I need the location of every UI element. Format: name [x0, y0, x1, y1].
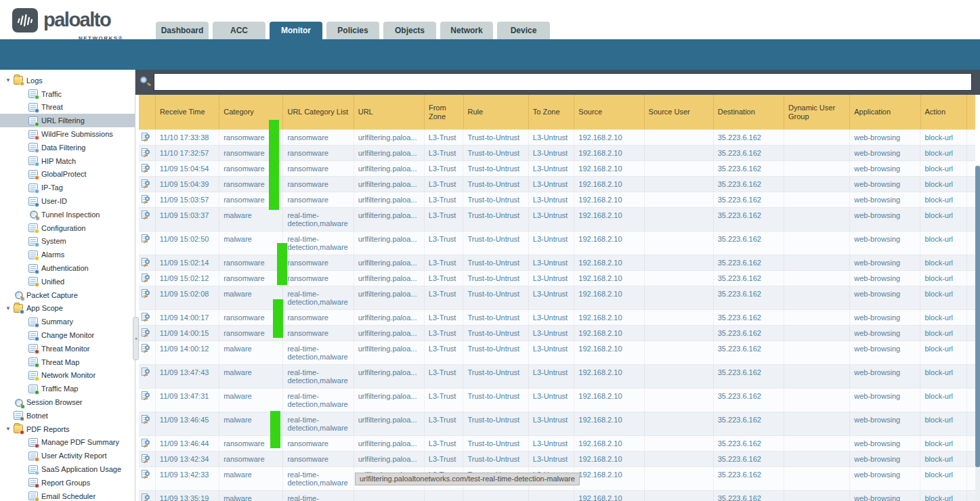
- cell-to-zone[interactable]: L3-Untrust: [529, 436, 575, 451]
- cell-dynamic-user-group[interactable]: [784, 341, 850, 364]
- cell-source[interactable]: 192.168.2.10: [574, 192, 644, 207]
- cell-action[interactable]: block-url: [920, 208, 967, 231]
- cell-action[interactable]: block-url: [920, 491, 967, 501]
- cell-action[interactable]: block-url: [920, 365, 967, 388]
- cell-url[interactable]: urlfiltering.paloa...: [354, 130, 425, 145]
- cell-action[interactable]: block-url: [920, 255, 967, 270]
- cell-application[interactable]: web-browsing: [850, 232, 920, 255]
- column-header-application[interactable]: Application: [850, 95, 920, 129]
- log-detail-button[interactable]: [139, 310, 156, 325]
- cell-application[interactable]: web-browsing: [850, 436, 920, 451]
- cell-dynamic-user-group[interactable]: [784, 326, 850, 341]
- cell-receive-time[interactable]: 11/09 13:47:43: [156, 365, 219, 388]
- cell-source[interactable]: 192.168.2.10: [574, 255, 644, 270]
- sidebar-item-globalprotect[interactable]: GlobalProtect: [0, 168, 135, 181]
- cell-url-category-list[interactable]: real-time-detection,malware: [283, 286, 354, 309]
- cell-from-zone[interactable]: L3-Trust: [425, 341, 464, 364]
- cell-destination[interactable]: 35.223.6.162: [714, 286, 784, 309]
- sidebar-item-traffic-map[interactable]: Traffic Map: [0, 382, 135, 395]
- cell-from-zone[interactable]: L3-Trust: [425, 146, 464, 160]
- cell-from-zone[interactable]: L3-Trust: [425, 161, 464, 176]
- cell-application[interactable]: web-browsing: [850, 412, 920, 435]
- cell-from-zone[interactable]: L3-Trust: [425, 232, 464, 255]
- cell-category[interactable]: malware: [219, 208, 283, 231]
- log-detail-button[interactable]: [139, 271, 156, 286]
- cell-to-zone[interactable]: L3-Untrust: [529, 341, 575, 364]
- cell-url[interactable]: urlfiltering.paloa...: [354, 389, 425, 412]
- cell-dynamic-user-group[interactable]: [784, 146, 850, 160]
- cell-application[interactable]: web-browsing: [850, 341, 920, 364]
- sidebar-item-hip-match[interactable]: HIP Match: [0, 154, 135, 168]
- cell-source[interactable]: 192.168.2.10: [574, 491, 644, 501]
- cell-from-zone[interactable]: L3-Trust: [425, 177, 464, 192]
- cell-url-category-list[interactable]: ransomware: [283, 271, 354, 286]
- cell-url[interactable]: urlfiltering.paloa...: [354, 452, 425, 466]
- cell-url[interactable]: urlfiltering.paloa...: [354, 412, 425, 435]
- cell-url-category-list[interactable]: ransomware: [283, 177, 354, 192]
- column-header-action[interactable]: Action: [921, 95, 968, 129]
- cell-rule[interactable]: Trust-to-Untrust: [463, 412, 528, 435]
- tab-acc[interactable]: ACC: [213, 22, 265, 39]
- cell-url[interactable]: urlfiltering.paloa...: [354, 161, 425, 176]
- tree-expander-icon[interactable]: ▼: [5, 77, 14, 83]
- cell-action[interactable]: block-url: [920, 286, 967, 309]
- cell-application[interactable]: web-browsing: [850, 365, 920, 388]
- column-header-source-user[interactable]: Source User: [645, 95, 714, 129]
- cell-source-user[interactable]: [645, 177, 714, 192]
- cell-action[interactable]: block-url: [920, 310, 967, 325]
- sidebar-item-session-browser[interactable]: Session Browser: [0, 395, 135, 409]
- cell-dynamic-user-group[interactable]: [784, 467, 850, 490]
- cell-url[interactable]: urlfiltering.paloa...: [354, 310, 425, 325]
- log-detail-button[interactable]: [139, 130, 156, 145]
- column-header-source[interactable]: Source: [574, 95, 644, 129]
- cell-action[interactable]: block-url: [920, 341, 967, 364]
- cell-destination[interactable]: 35.223.6.162: [714, 310, 784, 325]
- cell-receive-time[interactable]: 11/09 15:02:12: [156, 271, 219, 286]
- cell-url-category-list[interactable]: ransomware: [283, 310, 354, 325]
- tab-network[interactable]: Network: [440, 22, 493, 39]
- cell-destination[interactable]: 35.223.6.162: [714, 491, 784, 501]
- cell-from-zone[interactable]: L3-Trust: [425, 412, 464, 435]
- column-header-detail[interactable]: [139, 95, 156, 129]
- log-detail-button[interactable]: [139, 436, 156, 451]
- log-detail-button[interactable]: [139, 467, 156, 490]
- cell-source[interactable]: 192.168.2.10: [574, 310, 644, 325]
- cell-url-category-list[interactable]: real-time-detection,malware: [283, 467, 354, 490]
- cell-receive-time[interactable]: 11/09 14:00:12: [156, 341, 219, 364]
- cell-source-user[interactable]: [645, 192, 714, 207]
- log-detail-button[interactable]: [139, 326, 156, 341]
- cell-source[interactable]: 192.168.2.10: [574, 436, 644, 451]
- cell-receive-time[interactable]: 11/09 15:04:54: [156, 161, 219, 176]
- cell-rule[interactable]: Trust-to-Untrust: [463, 192, 528, 207]
- cell-application[interactable]: web-browsing: [850, 286, 920, 309]
- cell-application[interactable]: web-browsing: [850, 146, 920, 160]
- cell-destination[interactable]: 35.223.6.162: [714, 341, 784, 364]
- table-row[interactable]: 11/09 13:47:31malwarereal-time-detection…: [139, 389, 975, 412]
- cell-from-zone[interactable]: L3-Trust: [425, 286, 464, 309]
- cell-source-user[interactable]: [645, 146, 714, 160]
- cell-rule[interactable]: Trust-to-Untrust: [463, 326, 528, 341]
- cell-rule[interactable]: Trust-to-Untrust: [463, 436, 528, 451]
- cell-source[interactable]: 192.168.2.10: [574, 467, 644, 490]
- cell-from-zone[interactable]: L3-Trust: [425, 130, 464, 145]
- cell-url-category-list[interactable]: real-time-detection,malware: [283, 208, 354, 231]
- sidebar-item-alarms[interactable]: Alarms: [0, 248, 135, 261]
- sidebar-item-user-id[interactable]: User-ID: [0, 194, 135, 208]
- cell-source-user[interactable]: [645, 326, 714, 341]
- cell-url-category-list[interactable]: real-time-detection,malware: [283, 232, 354, 255]
- cell-from-zone[interactable]: L3-Trust: [425, 436, 464, 451]
- cell-application[interactable]: web-browsing: [850, 326, 920, 341]
- sidebar-item-threat[interactable]: Threat: [0, 101, 135, 114]
- column-header-filler[interactable]: [967, 95, 975, 129]
- cell-action[interactable]: block-url: [920, 161, 967, 176]
- cell-rule[interactable]: Trust-to-Untrust: [463, 255, 528, 270]
- cell-rule[interactable]: Trust-to-Untrust: [463, 177, 528, 192]
- cell-to-zone[interactable]: L3-Untrust: [529, 232, 575, 255]
- cell-source[interactable]: 192.168.2.10: [574, 208, 644, 231]
- cell-source[interactable]: 192.168.2.10: [574, 286, 644, 309]
- cell-to-zone[interactable]: L3-Untrust: [529, 255, 575, 270]
- cell-destination[interactable]: 35.223.6.162: [714, 365, 784, 388]
- cell-url-category-list[interactable]: ransomware: [283, 146, 354, 160]
- cell-rule[interactable]: Trust-to-Untrust: [463, 365, 528, 388]
- sidebar-item-pdf-reports[interactable]: ▼ PDF Reports: [0, 422, 135, 436]
